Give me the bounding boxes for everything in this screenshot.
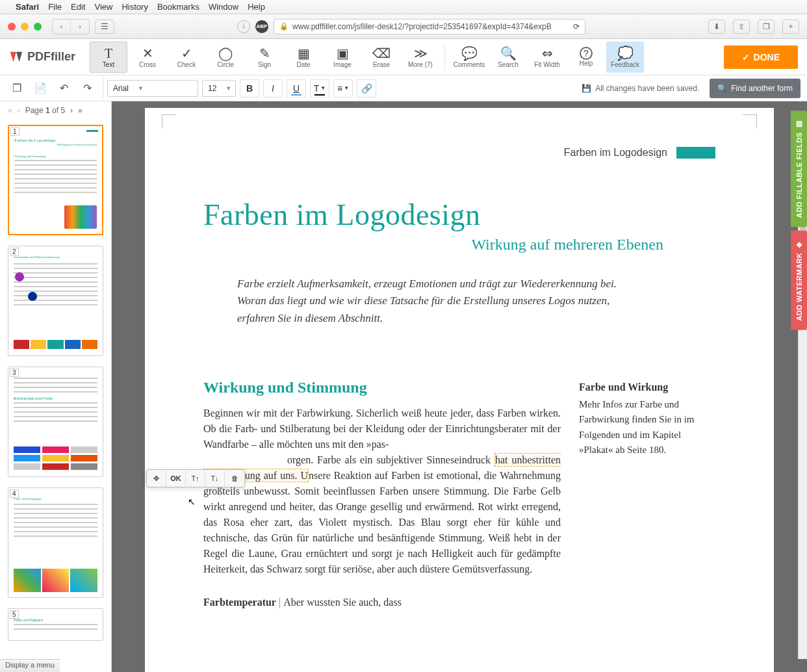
workspace: 1 Farben im Logodesign Wirkung auf mehre… (0, 101, 807, 672)
menu-view[interactable]: View (95, 2, 113, 12)
link-button[interactable]: 🔗 (357, 79, 376, 97)
font-select[interactable]: Arial▼ (107, 80, 198, 97)
tool-sign[interactable]: ✎Sign (246, 42, 283, 73)
search-icon: 🔍 (500, 45, 517, 61)
text-icon: T (105, 45, 112, 61)
window-controls (8, 23, 42, 31)
feedback-icon: 💭 (617, 45, 634, 61)
menu-bookmarks[interactable]: Bookmarks (157, 2, 199, 12)
minimize-window-button[interactable] (21, 23, 29, 31)
increase-font-button[interactable]: T↑ (186, 469, 205, 487)
tabs-button[interactable]: ❐ (758, 19, 775, 34)
canvas[interactable]: Farben im Logodesign Farben im Logodesig… (112, 101, 807, 672)
search-icon: 🔍 (717, 84, 727, 93)
tool-search[interactable]: 🔍Search (489, 42, 527, 73)
mouse-cursor-icon: ↖ (188, 497, 196, 507)
next-page-button[interactable]: › (70, 106, 73, 115)
tool-check[interactable]: ✓Check (168, 42, 205, 73)
find-form-button[interactable]: 🔍Find another form (710, 79, 801, 98)
zoom-window-button[interactable] (34, 23, 42, 31)
help-icon: ? (580, 47, 593, 60)
abp-extension-icon[interactable]: ABP (255, 20, 268, 33)
tool-fit-width[interactable]: ⇔Fit Width (528, 42, 566, 73)
fit-width-icon: ⇔ (542, 45, 553, 61)
close-window-button[interactable] (8, 23, 16, 31)
app-logo[interactable]: PDFfiller (9, 50, 75, 64)
page-settings-button[interactable]: 📄 (30, 79, 51, 97)
prev-page-button[interactable]: ‹ (18, 106, 20, 115)
tool-text[interactable]: TText (90, 42, 127, 73)
info-icon[interactable]: i (237, 20, 250, 33)
thumbnail-page-4[interactable]: 4 Farbe und Zielgruppe (8, 487, 103, 598)
share-button[interactable]: ⇪ (733, 19, 750, 34)
move-handle-button[interactable]: ✥ (147, 469, 166, 487)
running-header: Farben im Logodesign (564, 147, 667, 159)
tool-more[interactable]: ≫More (7) (402, 42, 439, 73)
downloads-button[interactable]: ⬇ (708, 19, 725, 34)
nav-back-forward: ‹ › (52, 19, 90, 34)
reload-icon[interactable]: ⟳ (573, 22, 580, 31)
menu-window[interactable]: Window (209, 2, 238, 12)
menu-file[interactable]: File (48, 2, 62, 12)
pages-panel-button[interactable]: ❐ (6, 79, 27, 97)
add-fillable-fields-tab[interactable]: ADD FILLABLE FIELDS▤ (791, 110, 807, 227)
menu-history[interactable]: History (122, 2, 147, 12)
watermark-icon: ◈ (795, 240, 804, 248)
page-label: Page 1 of 5 (25, 106, 65, 115)
underline-button[interactable]: U (287, 79, 306, 97)
thumbnail-panel[interactable]: 1 Farben im Logodesign Wirkung auf mehre… (0, 101, 112, 672)
new-tab-button[interactable]: ＋ (782, 19, 799, 34)
toolbar-divider (444, 44, 445, 70)
decrease-font-button[interactable]: T↓ (205, 469, 225, 487)
menu-help[interactable]: Help (248, 2, 265, 12)
address-bar[interactable]: 🔒 www.pdffiller.com/jsfiller-desk12/?pro… (274, 19, 585, 34)
body-paragraph[interactable]: Beginnen wir mit der Farbwirkung. Sicher… (203, 406, 561, 577)
thumbnail-page-1[interactable]: 1 Farben im Logodesign Wirkung auf mehre… (8, 125, 103, 235)
italic-button[interactable]: I (263, 79, 283, 97)
sidebar-heading: Farbe und Wirkung (579, 381, 715, 393)
first-page-button[interactable]: « (8, 106, 12, 115)
check-icon: ✓ (742, 52, 750, 62)
add-watermark-tab[interactable]: ADD WATERMARK◈ (791, 231, 807, 330)
tool-feedback[interactable]: 💭Feedback (606, 42, 644, 73)
url-text: www.pdffiller.com/jsfiller-desk12/?proje… (292, 22, 552, 31)
align-button[interactable]: ≡▼ (333, 79, 353, 97)
tool-circle[interactable]: ◯Circle (207, 42, 244, 73)
cross-icon: ✕ (142, 45, 153, 61)
side-tabs: ADD FILLABLE FIELDS▤ ADD WATERMARK◈ (791, 110, 807, 330)
document-subtitle: Wirkung auf mehreren Ebenen (203, 236, 715, 253)
thumbnail-page-2[interactable]: 2 Assoziation und Markenerinnerung (8, 246, 103, 356)
tool-comments[interactable]: 💬Comments (450, 42, 488, 73)
menu-edit[interactable]: Edit (71, 2, 85, 12)
lead-paragraph: Farbe erzielt Aufmerksamkeit, erzeugt Em… (237, 276, 640, 327)
tool-erase[interactable]: ⌫Erase (363, 42, 400, 73)
back-button[interactable]: ‹ (53, 19, 71, 34)
undo-button[interactable]: ↶ (53, 79, 74, 97)
thumbnail-page-5[interactable]: 5 Farbe und Prägnanz (8, 608, 103, 641)
more-icon: ≫ (414, 45, 428, 61)
bold-button[interactable]: B (240, 79, 259, 97)
last-page-button[interactable]: » (78, 106, 83, 115)
document-page[interactable]: Farben im Logodesign Farben im Logodesig… (145, 108, 774, 672)
forward-button[interactable]: › (71, 19, 89, 34)
macos-menubar: Safari File Edit View History Bookmarks … (0, 0, 807, 14)
tool-help[interactable]: ?Help (567, 42, 605, 73)
tool-cross[interactable]: ✕Cross (129, 42, 166, 73)
form-icon: ▤ (795, 120, 804, 128)
thumbnail-page-3[interactable]: 3 Branchentypik durch Farbe (8, 367, 103, 477)
color-swatches (14, 340, 97, 349)
sidebar-paragraph: Mehr Infos zur Farbe und Farbwirkung fin… (579, 397, 715, 458)
svg-marker-1 (16, 51, 22, 62)
ok-button[interactable]: OK (166, 469, 186, 487)
text-color-button[interactable]: T▼ (310, 79, 329, 97)
erase-icon: ⌫ (372, 45, 391, 61)
size-select[interactable]: 12▼ (202, 80, 236, 97)
tool-image[interactable]: ▣Image (324, 42, 361, 73)
app-menu[interactable]: Safari (16, 2, 39, 12)
done-button[interactable]: ✓DONE (724, 45, 798, 69)
sidebar-toggle-button[interactable]: ☰ (95, 19, 114, 34)
redo-button[interactable]: ↷ (77, 79, 97, 97)
tool-date[interactable]: ▦Date (285, 42, 322, 73)
delete-button[interactable]: 🗑 (225, 469, 244, 487)
format-bar: ❐ 📄 ↶ ↷ Arial▼ 12▼ B I U T▼ ≡▼ 🔗 💾 All c… (0, 75, 807, 101)
